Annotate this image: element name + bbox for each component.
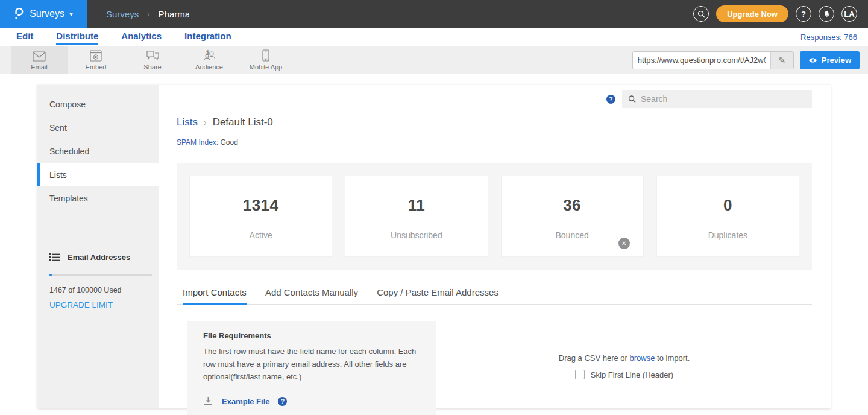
- search-icon: [628, 95, 636, 103]
- embed-icon: [90, 50, 102, 62]
- upgrade-limit-link[interactable]: UPGRADE LIMIT: [49, 300, 113, 309]
- drag-instruction: Drag a CSV here or browse to import.: [559, 353, 690, 363]
- preview-button[interactable]: Preview: [800, 51, 860, 69]
- lists-help-icon[interactable]: ?: [606, 95, 615, 104]
- survey-nav-tabs: Edit Distribute Analytics Integration: [16, 29, 231, 45]
- stat-card-active[interactable]: 1314 Active: [189, 176, 332, 257]
- stat-card-unsubscribed[interactable]: 11 Unsubscribed: [345, 176, 488, 257]
- breadcrumb-surveys-link[interactable]: Surveys: [106, 9, 139, 19]
- email-addresses-title: Email Addresses: [68, 253, 130, 262]
- lists-content: ? Lists › Default List-0 SPAM Index: Goo…: [159, 85, 831, 408]
- toolbar-item-audience[interactable]: $ Audience: [181, 46, 237, 74]
- stat-value: 0: [657, 196, 799, 215]
- sidebar-item-sent[interactable]: Sent: [37, 116, 159, 139]
- stat-value: 36: [502, 196, 643, 215]
- questionpro-logo-icon: [13, 8, 25, 20]
- email-addresses-block: Email Addresses 1467 of 100000 Used UPGR…: [37, 239, 159, 310]
- sidebar-item-scheduled[interactable]: Scheduled: [37, 139, 159, 163]
- tab-distribute[interactable]: Distribute: [56, 29, 98, 45]
- example-file-help-icon[interactable]: ?: [278, 397, 287, 406]
- main-panel: Compose Sent Scheduled Lists Templates E…: [37, 85, 831, 408]
- eye-icon: [808, 57, 817, 63]
- chevron-down-icon: ▼: [68, 11, 74, 17]
- bell-icon: [823, 10, 831, 18]
- tab-analytics[interactable]: Analytics: [121, 29, 162, 45]
- upgrade-now-button[interactable]: Upgrade Now: [716, 5, 788, 22]
- usage-progress-bar: [49, 274, 152, 276]
- edit-url-button[interactable]: ✎: [770, 52, 793, 69]
- stat-divider: [206, 223, 316, 223]
- sidebar-item-lists[interactable]: Lists: [37, 163, 159, 186]
- list-breadcrumb: Lists › Default List-0: [177, 116, 812, 128]
- toolbar-item-email[interactable]: Email: [11, 46, 68, 74]
- spam-index: SPAM Index: Good: [177, 138, 812, 147]
- spam-index-label: SPAM Index:: [177, 138, 218, 147]
- breadcrumb-separator: ›: [147, 10, 149, 19]
- tab-edit[interactable]: Edit: [16, 29, 33, 45]
- file-requirements-body: The first row must have the field name f…: [203, 346, 420, 383]
- file-requirements-box: File Requirements The first row must hav…: [187, 321, 436, 415]
- toolbar-right: ✎ Preview: [632, 46, 868, 74]
- usage-text: 1467 of 100000 Used: [49, 286, 149, 294]
- stat-card-bounced[interactable]: 36 Bounced ✕: [501, 176, 644, 257]
- search-button[interactable]: [693, 6, 709, 22]
- toolbar-item-label: Embed: [86, 63, 107, 71]
- toolbar-item-label: Email: [31, 63, 48, 71]
- breadcrumb: Surveys › Pharma: [106, 9, 189, 19]
- browse-link[interactable]: browse: [630, 353, 655, 363]
- contacts-tabs: Import Contacts Add Contacts Manually Co…: [177, 287, 812, 305]
- x-icon: ✕: [621, 240, 626, 247]
- survey-url-box: ✎: [632, 51, 794, 69]
- toolbar-item-label: Share: [143, 63, 161, 71]
- tab-add-contacts-manually[interactable]: Add Contacts Manually: [265, 287, 358, 304]
- list-icon: [49, 253, 60, 262]
- toolbar-item-embed[interactable]: Embed: [68, 46, 124, 74]
- usage-progress-fill: [49, 274, 52, 276]
- skip-first-line-checkbox[interactable]: [575, 370, 585, 379]
- email-sidebar: Compose Sent Scheduled Lists Templates E…: [37, 85, 159, 408]
- example-file-link[interactable]: Example File: [222, 397, 269, 406]
- file-requirements-title: File Requirements: [203, 331, 420, 340]
- envelope-icon: [33, 51, 46, 62]
- stat-divider: [673, 223, 783, 223]
- download-icon: [203, 396, 213, 406]
- breadcrumb-survey-title: Pharma: [159, 9, 189, 19]
- drag-text-after: to import.: [655, 353, 690, 363]
- survey-nav: Edit Distribute Analytics Integration Re…: [0, 28, 868, 46]
- mobile-app-icon: [262, 49, 269, 62]
- stat-divider: [361, 223, 471, 223]
- sidebar-item-templates[interactable]: Templates: [37, 186, 159, 210]
- question-mark-icon: ?: [801, 10, 806, 19]
- product-switcher[interactable]: Surveys ▼: [0, 0, 87, 28]
- help-button[interactable]: ?: [796, 6, 811, 22]
- list-search-box: [622, 90, 812, 108]
- skip-first-line-row: Skip First Line (Header): [575, 370, 673, 379]
- avatar[interactable]: LA: [841, 6, 857, 22]
- sidebar-item-compose[interactable]: Compose: [37, 92, 159, 116]
- skip-first-line-label: Skip First Line (Header): [591, 370, 673, 379]
- list-stats-panel: 1314 Active 11 Unsubscribed 36 Bounced ✕…: [177, 163, 812, 270]
- stat-label: Active: [190, 230, 332, 240]
- stat-card-duplicates[interactable]: 0 Duplicates: [656, 176, 799, 257]
- clear-bounced-button[interactable]: ✕: [618, 238, 630, 249]
- lists-link[interactable]: Lists: [177, 116, 198, 128]
- preview-label: Preview: [822, 55, 851, 65]
- tab-copy-paste-email-addresses[interactable]: Copy / Paste Email Addresses: [377, 287, 498, 304]
- toolbar-item-mobile-app[interactable]: Mobile App: [237, 46, 294, 74]
- csv-dropzone[interactable]: Drag a CSV here or browse to import. Ski…: [436, 321, 812, 415]
- tab-integration[interactable]: Integration: [184, 29, 231, 45]
- search-icon: [697, 10, 705, 18]
- stat-divider: [517, 223, 627, 223]
- survey-url-input[interactable]: [633, 52, 770, 69]
- spam-index-value: Good: [220, 138, 237, 147]
- top-bar: Surveys ▼ Surveys › Pharma Upgrade Now ?…: [0, 0, 868, 28]
- tab-import-contacts[interactable]: Import Contacts: [183, 287, 247, 305]
- list-search-input[interactable]: [641, 94, 806, 104]
- toolbar-item-share[interactable]: Share: [124, 46, 181, 74]
- topbar-actions: Upgrade Now ? LA: [693, 5, 868, 22]
- notifications-button[interactable]: [819, 6, 834, 22]
- responses-count[interactable]: Responses: 766: [800, 33, 857, 42]
- stat-value: 1314: [190, 196, 332, 215]
- toolbar-item-label: Mobile App: [250, 63, 282, 71]
- toolbar-item-label: Audience: [195, 63, 223, 71]
